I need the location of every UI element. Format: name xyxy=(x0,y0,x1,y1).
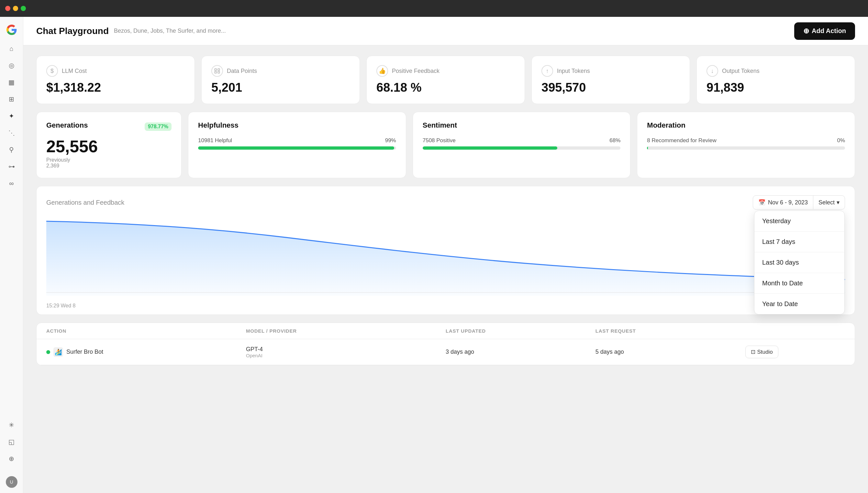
dollar-icon: $ xyxy=(46,65,58,77)
metric-title-row-moderation: Moderation xyxy=(647,121,845,132)
stat-cards-row: $ LLM Cost $1,318.22 Data Points 5,201 xyxy=(36,56,855,104)
metric-bar-label-moderation: 8 Recommended for Review 0% xyxy=(647,137,845,144)
chart-area: 15:29 Wed 8 xyxy=(46,215,845,305)
svg-rect-2 xyxy=(215,71,216,73)
metric-title-generations: Generations xyxy=(46,121,88,130)
dropdown-item-yeartodate[interactable]: Year to Date xyxy=(754,294,844,314)
metric-bar-track-helpfulness xyxy=(198,146,396,150)
table-header-actions xyxy=(745,328,845,334)
stat-label-data-points: Data Points xyxy=(227,68,257,74)
table-header-lastrequest: LAST REQUEST xyxy=(595,328,745,334)
sidebar-item-network[interactable]: ⋱ xyxy=(4,126,19,140)
sidebar-item-camera[interactable]: ◎ xyxy=(4,58,19,72)
table-cell-last-updated: 3 days ago xyxy=(446,348,595,355)
chart-section: Generations and Feedback 📅 Nov 6 - 9, 20… xyxy=(36,186,855,315)
metric-title-helpfulness: Helpfulness xyxy=(198,121,238,130)
close-button[interactable] xyxy=(5,6,10,11)
stat-label-llm-cost: LLM Cost xyxy=(62,68,87,74)
stat-card-header: ↓ Output Tokens xyxy=(707,65,845,77)
metric-bar-fill-sentiment xyxy=(423,146,557,150)
studio-button[interactable]: ⊡ Studio xyxy=(745,346,778,358)
sidebar-item-userplus[interactable]: ⊕ xyxy=(4,452,19,466)
google-logo xyxy=(6,25,17,36)
metric-badge-generations: 978.77% xyxy=(145,123,172,131)
metric-title-moderation: Moderation xyxy=(647,121,685,130)
maximize-button[interactable] xyxy=(21,6,26,11)
upload-icon: ↑ xyxy=(542,65,553,77)
bot-name-label: Surfer Bro Bot xyxy=(66,348,103,355)
stat-card-input-tokens: ↑ Input Tokens 395,570 xyxy=(531,56,690,104)
thumbsup-icon: 👍 xyxy=(376,65,388,77)
table-header-model: MODEL / PROVIDER xyxy=(246,328,446,334)
page-subtitle: Bezos, Dune, Jobs, The Surfer, and more.… xyxy=(114,27,226,34)
sidebar-item-star[interactable]: ✳ xyxy=(4,418,19,432)
date-range-selector[interactable]: 📅 Nov 6 - 9, 2023 Select ▾ Yesterday Las… xyxy=(753,195,845,210)
stat-value-input-tokens: 395,570 xyxy=(542,81,680,94)
svg-rect-0 xyxy=(215,69,216,70)
stat-value-positive-feedback: 68.18 % xyxy=(376,81,515,94)
add-action-button[interactable]: ⊕ Add Action xyxy=(794,22,855,40)
metric-card-helpfulness: Helpfulness 10981 Helpful 99% xyxy=(188,112,406,178)
calendar-icon: 📅 xyxy=(758,199,766,206)
sidebar-item-chart[interactable]: ▦ xyxy=(4,75,19,89)
dropdown-menu: Yesterday Last 7 days Last 30 days Month… xyxy=(754,211,845,315)
metric-card-sentiment: Sentiment 7508 Positive 68% xyxy=(413,112,631,178)
stat-value-output-tokens: 91,839 xyxy=(707,81,845,94)
dropdown-item-last30[interactable]: Last 30 days xyxy=(754,252,844,273)
stat-card-positive-feedback: 👍 Positive Feedback 68.18 % xyxy=(366,56,525,104)
stat-label-input-tokens: Input Tokens xyxy=(557,68,590,74)
sidebar-item-home[interactable]: ⌂ xyxy=(4,41,19,56)
chart-title: Generations and Feedback xyxy=(46,199,124,206)
svg-rect-3 xyxy=(218,71,220,73)
dropdown-item-monthtodate[interactable]: Month to Date xyxy=(754,273,844,294)
dropdown-item-last7[interactable]: Last 7 days xyxy=(754,232,844,252)
title-bar xyxy=(0,0,868,17)
download-icon: ↓ xyxy=(707,65,718,77)
stat-card-header: 👍 Positive Feedback xyxy=(376,65,515,77)
sidebar-item-tune[interactable]: ⊶ xyxy=(4,159,19,174)
metric-bar-track-moderation xyxy=(647,146,845,150)
stat-card-output-tokens: ↓ Output Tokens 91,839 xyxy=(696,56,855,104)
bot-icon: 🏄 xyxy=(53,347,63,357)
page-header: Chat Playground Bezos, Dune, Jobs, The S… xyxy=(23,17,868,45)
header-left: Chat Playground Bezos, Dune, Jobs, The S… xyxy=(36,26,226,36)
chart-header: Generations and Feedback 📅 Nov 6 - 9, 20… xyxy=(46,195,845,210)
table-header-lastupdated: LAST UPDATED xyxy=(446,328,595,334)
stat-card-data-points: Data Points 5,201 xyxy=(201,56,360,104)
stat-card-llm-cost: $ LLM Cost $1,318.22 xyxy=(36,56,195,104)
metric-title-row: Generations 978.77% xyxy=(46,121,172,132)
model-name: GPT-4 xyxy=(246,346,446,353)
avatar[interactable]: U xyxy=(6,476,18,488)
provider-name: OpenAI xyxy=(246,353,446,358)
chart-svg xyxy=(46,215,845,299)
stat-value-data-points: 5,201 xyxy=(211,81,350,94)
metric-bar-fill-helpfulness xyxy=(198,146,394,150)
sidebar-item-chat[interactable]: ◱ xyxy=(4,435,19,449)
dropdown-item-yesterday[interactable]: Yesterday xyxy=(754,211,844,232)
stat-label-positive-feedback: Positive Feedback xyxy=(392,68,439,74)
metric-card-moderation: Moderation 8 Recommended for Review 0% xyxy=(637,112,855,178)
sidebar-item-spark[interactable]: ✦ xyxy=(4,109,19,123)
select-dropdown-button[interactable]: Select ▾ xyxy=(813,196,845,209)
metric-bar-label-sentiment: 7508 Positive 68% xyxy=(423,137,621,144)
studio-label: Studio xyxy=(757,349,773,355)
main-content: Chat Playground Bezos, Dune, Jobs, The S… xyxy=(23,17,868,493)
metric-value-generations: 25,556 xyxy=(46,137,172,156)
table-cell-studio: ⊡ Studio xyxy=(745,346,845,358)
add-action-label: Add Action xyxy=(812,27,846,35)
sidebar-item-table[interactable]: ⊞ xyxy=(4,92,19,106)
select-label: Select xyxy=(819,199,835,206)
stat-card-header: $ LLM Cost xyxy=(46,65,185,77)
chevron-down-icon: ▾ xyxy=(837,199,840,206)
add-icon: ⊕ xyxy=(803,27,809,35)
table-cell-model: GPT-4 OpenAI xyxy=(246,346,446,358)
metrics-row: Generations 978.77% 25,556 Previously 2,… xyxy=(36,112,855,178)
stat-card-header: Data Points xyxy=(211,65,350,77)
metric-title-row-helpfulness: Helpfulness xyxy=(198,121,396,132)
minimize-button[interactable] xyxy=(13,6,18,11)
table-header-row: ACTION MODEL / PROVIDER LAST UPDATED LAS… xyxy=(37,323,855,339)
metric-bar-label-helpfulness: 10981 Helpful 99% xyxy=(198,137,396,144)
sidebar-item-infinity[interactable]: ∞ xyxy=(4,176,19,191)
sidebar: ⌂ ◎ ▦ ⊞ ✦ ⋱ ⚲ ⊶ ∞ ✳ ◱ ⊕ U xyxy=(0,17,23,493)
sidebar-item-person[interactable]: ⚲ xyxy=(4,143,19,157)
